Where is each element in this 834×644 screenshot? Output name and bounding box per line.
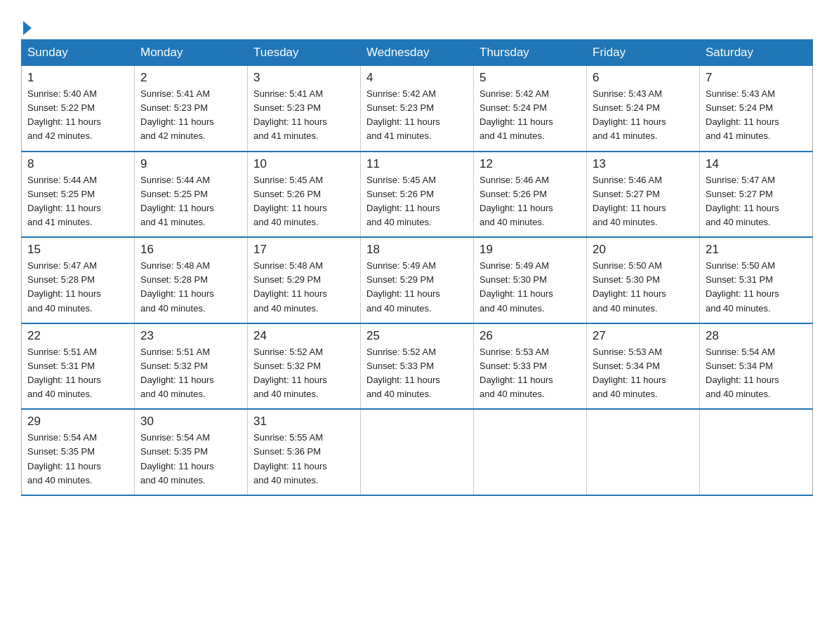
day-number: 4 [366,71,468,85]
calendar-cell: 17Sunrise: 5:48 AMSunset: 5:29 PMDayligh… [248,237,361,323]
day-info: Sunrise: 5:47 AMSunset: 5:28 PMDaylight:… [27,259,128,316]
day-number: 28 [706,329,807,343]
calendar-cell: 31Sunrise: 5:55 AMSunset: 5:36 PMDayligh… [248,409,361,495]
calendar-cell [361,409,474,495]
day-info: Sunrise: 5:48 AMSunset: 5:28 PMDaylight:… [140,259,241,316]
day-number: 27 [593,329,694,343]
day-info: Sunrise: 5:53 AMSunset: 5:33 PMDaylight:… [479,345,581,402]
day-number: 20 [593,243,694,257]
day-info: Sunrise: 5:50 AMSunset: 5:30 PMDaylight:… [593,259,694,316]
calendar-cell: 27Sunrise: 5:53 AMSunset: 5:34 PMDayligh… [587,323,700,410]
day-info: Sunrise: 5:48 AMSunset: 5:29 PMDaylight:… [253,259,355,316]
day-info: Sunrise: 5:49 AMSunset: 5:30 PMDaylight:… [479,259,581,316]
calendar-cell: 11Sunrise: 5:45 AMSunset: 5:26 PMDayligh… [361,152,474,238]
day-info: Sunrise: 5:52 AMSunset: 5:32 PMDaylight:… [253,345,355,402]
day-number: 5 [479,71,581,85]
calendar-cell: 26Sunrise: 5:53 AMSunset: 5:33 PMDayligh… [474,323,587,410]
calendar-cell [700,409,813,495]
page-header [21,14,813,29]
calendar-cell: 18Sunrise: 5:49 AMSunset: 5:29 PMDayligh… [361,237,474,323]
day-info: Sunrise: 5:52 AMSunset: 5:33 PMDaylight:… [366,345,468,402]
day-number: 7 [706,71,807,85]
calendar-table: SundayMondayTuesdayWednesdayThursdayFrid… [21,39,813,496]
day-number: 1 [27,71,128,85]
day-number: 2 [140,71,241,85]
day-info: Sunrise: 5:44 AMSunset: 5:25 PMDaylight:… [27,173,128,230]
calendar-cell: 13Sunrise: 5:46 AMSunset: 5:27 PMDayligh… [587,152,700,238]
day-number: 18 [366,243,468,257]
day-number: 29 [27,415,128,429]
day-info: Sunrise: 5:46 AMSunset: 5:26 PMDaylight:… [479,173,581,230]
logo [21,14,34,29]
calendar-cell: 30Sunrise: 5:54 AMSunset: 5:35 PMDayligh… [135,409,248,495]
header-monday: Monday [135,40,248,66]
day-info: Sunrise: 5:44 AMSunset: 5:25 PMDaylight:… [140,173,241,230]
calendar-cell: 8Sunrise: 5:44 AMSunset: 5:25 PMDaylight… [22,152,135,238]
calendar-cell: 1Sunrise: 5:40 AMSunset: 5:22 PMDaylight… [22,66,135,152]
calendar-cell: 12Sunrise: 5:46 AMSunset: 5:26 PMDayligh… [474,152,587,238]
day-number: 26 [479,329,581,343]
day-info: Sunrise: 5:54 AMSunset: 5:35 PMDaylight:… [140,431,241,488]
calendar-cell: 22Sunrise: 5:51 AMSunset: 5:31 PMDayligh… [22,323,135,410]
calendar-week-row: 29Sunrise: 5:54 AMSunset: 5:35 PMDayligh… [22,409,813,495]
calendar-cell: 15Sunrise: 5:47 AMSunset: 5:28 PMDayligh… [22,237,135,323]
calendar-cell: 3Sunrise: 5:41 AMSunset: 5:23 PMDaylight… [248,66,361,152]
day-info: Sunrise: 5:40 AMSunset: 5:22 PMDaylight:… [27,87,128,144]
header-saturday: Saturday [700,40,813,66]
day-info: Sunrise: 5:54 AMSunset: 5:35 PMDaylight:… [27,431,128,488]
day-info: Sunrise: 5:46 AMSunset: 5:27 PMDaylight:… [593,173,694,230]
day-number: 8 [27,157,128,171]
calendar-cell: 23Sunrise: 5:51 AMSunset: 5:32 PMDayligh… [135,323,248,410]
calendar-week-row: 1Sunrise: 5:40 AMSunset: 5:22 PMDaylight… [22,66,813,152]
day-number: 9 [140,157,241,171]
day-number: 19 [479,243,581,257]
calendar-cell [474,409,587,495]
calendar-cell: 14Sunrise: 5:47 AMSunset: 5:27 PMDayligh… [700,152,813,238]
day-info: Sunrise: 5:43 AMSunset: 5:24 PMDaylight:… [706,87,807,144]
day-number: 14 [706,157,807,171]
day-number: 16 [140,243,241,257]
day-info: Sunrise: 5:47 AMSunset: 5:27 PMDaylight:… [706,173,807,230]
day-number: 25 [366,329,468,343]
day-info: Sunrise: 5:54 AMSunset: 5:34 PMDaylight:… [706,345,807,402]
calendar-cell: 2Sunrise: 5:41 AMSunset: 5:23 PMDaylight… [135,66,248,152]
day-info: Sunrise: 5:42 AMSunset: 5:24 PMDaylight:… [479,87,581,144]
calendar-cell: 25Sunrise: 5:52 AMSunset: 5:33 PMDayligh… [361,323,474,410]
header-tuesday: Tuesday [248,40,361,66]
day-info: Sunrise: 5:49 AMSunset: 5:29 PMDaylight:… [366,259,468,316]
day-number: 10 [253,157,355,171]
day-number: 24 [253,329,355,343]
day-info: Sunrise: 5:51 AMSunset: 5:32 PMDaylight:… [140,345,241,402]
calendar-cell: 7Sunrise: 5:43 AMSunset: 5:24 PMDaylight… [700,66,813,152]
day-number: 3 [253,71,355,85]
day-number: 15 [27,243,128,257]
header-wednesday: Wednesday [361,40,474,66]
calendar-cell: 16Sunrise: 5:48 AMSunset: 5:28 PMDayligh… [135,237,248,323]
header-thursday: Thursday [474,40,587,66]
calendar-week-row: 8Sunrise: 5:44 AMSunset: 5:25 PMDaylight… [22,152,813,238]
day-info: Sunrise: 5:51 AMSunset: 5:31 PMDaylight:… [27,345,128,402]
day-info: Sunrise: 5:50 AMSunset: 5:31 PMDaylight:… [706,259,807,316]
calendar-cell: 21Sunrise: 5:50 AMSunset: 5:31 PMDayligh… [700,237,813,323]
calendar-cell: 24Sunrise: 5:52 AMSunset: 5:32 PMDayligh… [248,323,361,410]
day-info: Sunrise: 5:45 AMSunset: 5:26 PMDaylight:… [366,173,468,230]
calendar-cell [587,409,700,495]
calendar-cell: 29Sunrise: 5:54 AMSunset: 5:35 PMDayligh… [22,409,135,495]
header-friday: Friday [587,40,700,66]
day-info: Sunrise: 5:42 AMSunset: 5:23 PMDaylight:… [366,87,468,144]
day-info: Sunrise: 5:41 AMSunset: 5:23 PMDaylight:… [253,87,355,144]
day-number: 22 [27,329,128,343]
day-number: 17 [253,243,355,257]
calendar-cell: 4Sunrise: 5:42 AMSunset: 5:23 PMDaylight… [361,66,474,152]
header-sunday: Sunday [22,40,135,66]
calendar-week-row: 22Sunrise: 5:51 AMSunset: 5:31 PMDayligh… [22,323,813,410]
day-info: Sunrise: 5:43 AMSunset: 5:24 PMDaylight:… [593,87,694,144]
calendar-cell: 10Sunrise: 5:45 AMSunset: 5:26 PMDayligh… [248,152,361,238]
day-info: Sunrise: 5:45 AMSunset: 5:26 PMDaylight:… [253,173,355,230]
day-info: Sunrise: 5:55 AMSunset: 5:36 PMDaylight:… [253,431,355,488]
day-number: 23 [140,329,241,343]
calendar-week-row: 15Sunrise: 5:47 AMSunset: 5:28 PMDayligh… [22,237,813,323]
day-number: 21 [706,243,807,257]
day-info: Sunrise: 5:53 AMSunset: 5:34 PMDaylight:… [593,345,694,402]
calendar-cell: 5Sunrise: 5:42 AMSunset: 5:24 PMDaylight… [474,66,587,152]
